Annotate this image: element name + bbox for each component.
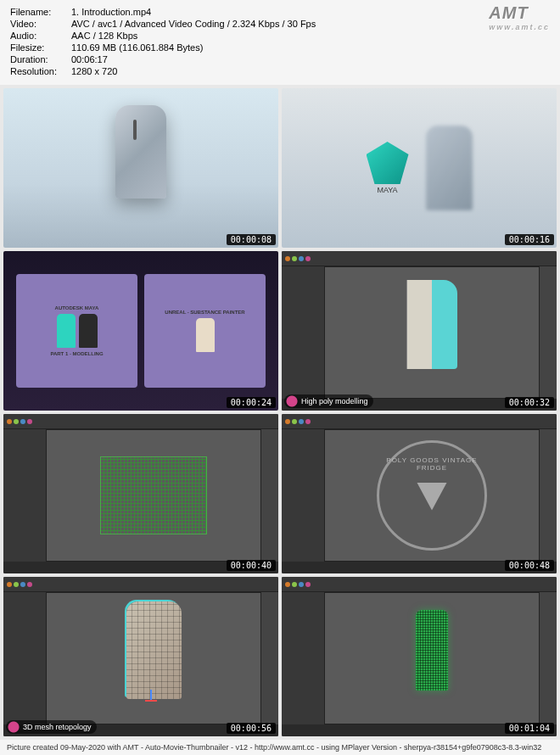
thumbnail-grid: 00:00:08 MAYA 00:00:16 AUTODESK MAYA PAR… (0, 85, 560, 740)
mini-fridge (196, 318, 215, 352)
row-resolution: Resolution: 1280 x 720 (10, 66, 550, 76)
badge-text: POLY GOODS VINTAGE FRIDGE (379, 456, 484, 472)
part-label: PART 1 - MODELLING (50, 351, 103, 356)
maya-sidebar (282, 266, 324, 399)
thumb-3: AUTODESK MAYA PART 1 - MODELLING UNREAL … (3, 251, 278, 411)
row-audio: Audio: AAC / 128 Kbps (10, 31, 550, 41)
info-header: AMT www.amt.cc Filename: 1. Introduction… (0, 0, 560, 85)
panel-label: AUTODESK MAYA (55, 305, 99, 310)
value-filesize: 110.69 MB (116.061.884 Bytes) (71, 42, 550, 53)
thumb-7: 3D mesh retopology 00:00:56 (3, 577, 278, 736)
fridge-blur (426, 126, 473, 210)
maya-sidebar (282, 429, 324, 562)
row-filename: Filename: 1. Introduction.mp4 (10, 7, 550, 17)
maya-toolbar (282, 251, 557, 266)
mini-fridge (79, 314, 98, 348)
label-resolution: Resolution: (10, 66, 71, 76)
maya-toolbar (3, 414, 278, 429)
label-duration: Duration: (10, 54, 71, 64)
maya-viewport (46, 592, 261, 724)
timestamp: 00:00:56 (227, 723, 276, 734)
maya-toolbar (282, 577, 557, 592)
maya-logo-icon (367, 142, 409, 184)
row-duration: Duration: 00:06:17 (10, 54, 550, 64)
fridge-wireframe (126, 601, 182, 699)
row-filesize: Filesize: 110.69 MB (116.061.884 Bytes) (10, 42, 550, 53)
label-audio: Audio: (10, 31, 71, 41)
timestamp: 00:00:40 (227, 560, 276, 571)
maya-ui (3, 414, 278, 573)
logo-badge: POLY GOODS VINTAGE FRIDGE (377, 440, 487, 551)
thumb-5: 00:00:40 (3, 414, 278, 573)
label-video: Video: (10, 19, 71, 29)
maya-toolbar (282, 414, 557, 429)
thumb-8: 00:01:04 (282, 577, 557, 736)
maya-sidebar (3, 592, 46, 724)
mini-fridge-row (57, 314, 98, 348)
timestamp: 00:00:48 (505, 560, 554, 571)
triangle-icon (411, 474, 453, 517)
timestamp: 00:00:08 (227, 234, 276, 245)
axis-gizmo-icon (143, 690, 160, 707)
fridge-green-mesh (416, 610, 448, 691)
maya-viewport: POLY GOODS VINTAGE FRIDGE (324, 429, 540, 562)
timestamp: 00:00:24 (227, 397, 276, 408)
thumb-2: MAYA 00:00:16 (282, 88, 557, 248)
panel-label: UNREAL · SUBSTANCE PAINTER (165, 310, 244, 315)
fridge-render (115, 105, 166, 199)
maya-viewport (324, 592, 540, 724)
maya-toolbar (3, 577, 278, 592)
panel-right: UNREAL · SUBSTANCE PAINTER (144, 274, 266, 388)
value-filename: 1. Introduction.mp4 (71, 7, 550, 17)
value-duration: 00:06:17 (71, 54, 550, 64)
maya-ui: POLY GOODS VINTAGE FRIDGE (282, 414, 557, 573)
value-resolution: 1280 x 720 (71, 66, 550, 76)
timestamp: 00:00:16 (505, 234, 554, 245)
maya-sidebar (3, 429, 46, 562)
badge-highpoly: High poly modelling (284, 394, 373, 408)
maya-ui (282, 577, 557, 736)
maya-logo-block: MAYA (367, 142, 409, 194)
label-filename: Filename: (10, 7, 71, 17)
panel-left: AUTODESK MAYA PART 1 - MODELLING (16, 274, 137, 388)
wireframe-mesh (100, 456, 207, 534)
value-audio: AAC / 128 Kbps (71, 31, 550, 41)
maya-logo-text: MAYA (367, 186, 409, 194)
label-filesize: Filesize: (10, 42, 71, 53)
maya-ui (3, 577, 278, 736)
thumb-1: 00:00:08 (3, 88, 278, 248)
mini-fridge (57, 314, 76, 348)
thumb-4: High poly modelling 00:00:32 (282, 251, 557, 411)
timestamp: 00:00:32 (505, 397, 554, 408)
value-video: AVC / avc1 / Advanced Video Coding / 2.3… (71, 19, 550, 29)
thumbnail-sheet: AMT www.amt.cc Filename: 1. Introduction… (0, 0, 560, 755)
logo-url: www.amt.cc (489, 23, 550, 31)
row-video: Video: AVC / avc1 / Advanced Video Codin… (10, 19, 550, 29)
timestamp: 00:01:04 (505, 723, 554, 734)
footer-credits: Picture created 09-May-2020 with AMT - A… (0, 740, 560, 755)
logo-text: AMT (489, 3, 528, 22)
maya-ui (282, 251, 557, 411)
thumb-6: POLY GOODS VINTAGE FRIDGE 00:00:48 (282, 414, 557, 573)
maya-viewport (46, 429, 261, 562)
badge-retopology: 3D mesh retopology (6, 720, 97, 734)
maya-sidebar (282, 592, 324, 724)
maya-viewport (324, 266, 540, 399)
amt-logo: AMT www.amt.cc (489, 3, 550, 31)
fridge-half-model (406, 280, 457, 369)
